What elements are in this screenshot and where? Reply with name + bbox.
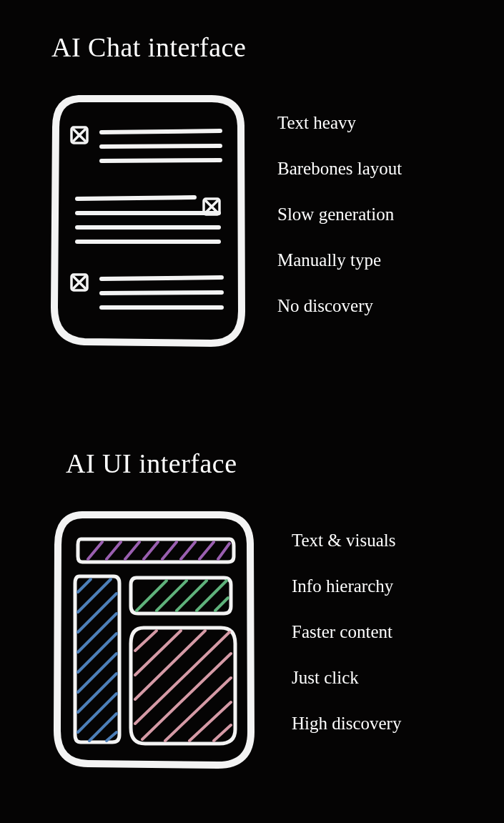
svg-line-33: [78, 674, 117, 712]
svg-line-5: [102, 160, 220, 161]
ui-panel-sidebar: [78, 579, 117, 741]
svg-line-25: [199, 542, 214, 559]
ui-section-title: AI UI interface: [66, 448, 237, 479]
ui-bullet-5: High discovery: [292, 714, 401, 734]
svg-line-23: [162, 542, 177, 559]
svg-line-9: [77, 197, 194, 199]
chat-bullet-4: Manually type: [277, 250, 381, 270]
svg-line-16: [102, 277, 222, 279]
chat-bullet-3: Slow generation: [277, 204, 394, 225]
chat-bullet-1: Text heavy: [277, 113, 356, 133]
svg-line-32: [78, 654, 117, 692]
svg-line-41: [215, 598, 228, 611]
svg-line-20: [107, 542, 121, 559]
svg-line-45: [135, 632, 229, 724]
chat-section-title: AI Chat interface: [51, 31, 246, 63]
chat-bullet-2: Barebones layout: [277, 159, 402, 179]
svg-line-43: [135, 631, 181, 675]
ui-bullet-1: Text & visuals: [292, 531, 395, 551]
chat-wireframe-sketch: [50, 93, 250, 350]
svg-line-21: [125, 542, 139, 559]
svg-line-17: [102, 292, 222, 293]
svg-line-22: [144, 542, 158, 559]
ui-panel-header: [88, 542, 229, 559]
svg-line-42: [135, 631, 157, 651]
ui-panel-small: [137, 581, 228, 611]
svg-line-27: [78, 579, 91, 592]
svg-line-4: [102, 146, 220, 147]
chat-bullet-5: No discovery: [277, 296, 373, 316]
ui-bullet-3: Faster content: [292, 622, 392, 642]
svg-line-26: [218, 543, 229, 559]
ui-panel-main: [135, 631, 231, 741]
svg-line-46: [142, 654, 231, 739]
svg-line-48: [189, 702, 231, 741]
svg-line-36: [107, 732, 117, 741]
svg-line-29: [78, 593, 117, 632]
svg-line-31: [78, 634, 117, 672]
svg-line-28: [78, 579, 111, 612]
svg-line-30: [78, 613, 117, 652]
ui-wireframe-sketch: [52, 509, 260, 774]
svg-line-3: [102, 131, 220, 132]
ui-bullet-4: Just click: [292, 668, 359, 688]
ui-bullet-2: Info hierarchy: [292, 576, 393, 596]
svg-line-49: [214, 725, 231, 741]
svg-line-34: [78, 694, 117, 732]
svg-line-24: [181, 542, 195, 559]
svg-line-19: [88, 542, 102, 559]
